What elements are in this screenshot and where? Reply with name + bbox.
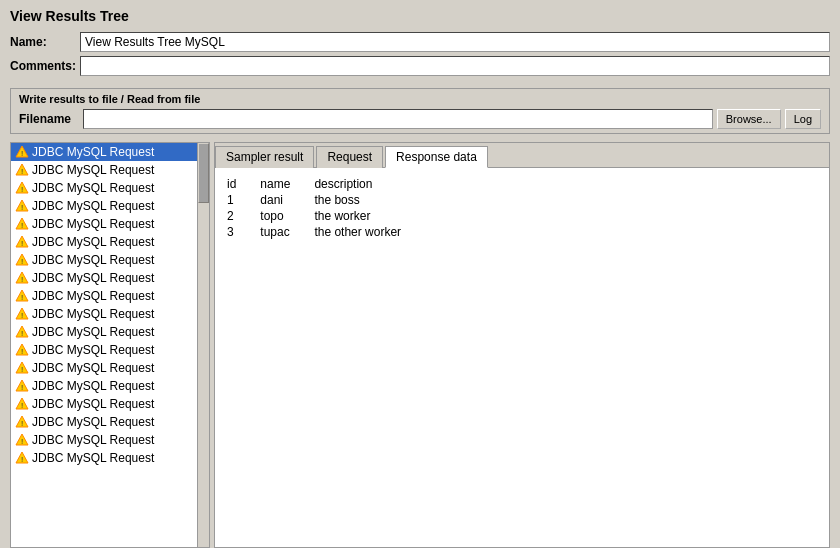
tree-item-label-6: JDBC MySQL Request xyxy=(32,253,154,267)
jdbc-icon-15: ! xyxy=(15,415,29,429)
row0-name: dani xyxy=(256,192,310,208)
name-input[interactable] xyxy=(80,32,830,52)
file-section-title: Write results to file / Read from file xyxy=(19,93,821,105)
tree-item-1[interactable]: ! JDBC MySQL Request xyxy=(11,161,209,179)
tree-item-11[interactable]: ! JDBC MySQL Request xyxy=(11,341,209,359)
row1-desc: the worker xyxy=(310,208,421,224)
tree-item-15[interactable]: ! JDBC MySQL Request xyxy=(11,413,209,431)
table-row: 3 tupac the other worker xyxy=(223,224,421,240)
tree-item-label-3: JDBC MySQL Request xyxy=(32,199,154,213)
svg-text:!: ! xyxy=(21,275,23,284)
jdbc-icon-9: ! xyxy=(15,307,29,321)
tree-item-label-17: JDBC MySQL Request xyxy=(32,451,154,465)
page-title: View Results Tree xyxy=(10,8,129,24)
svg-text:!: ! xyxy=(21,347,23,356)
tree-scrollbar-thumb[interactable] xyxy=(198,143,209,203)
jdbc-icon-10: ! xyxy=(15,325,29,339)
tab-response-data-label: Response data xyxy=(396,150,477,164)
tree-item-label-14: JDBC MySQL Request xyxy=(32,397,154,411)
tree-item-label-7: JDBC MySQL Request xyxy=(32,271,154,285)
jdbc-icon-7: ! xyxy=(15,271,29,285)
response-table: id name description 1 dani the boss 2 to… xyxy=(223,176,421,240)
comments-input[interactable] xyxy=(80,56,830,76)
tree-item-9[interactable]: ! JDBC MySQL Request xyxy=(11,305,209,323)
jdbc-icon-14: ! xyxy=(15,397,29,411)
tree-item-10[interactable]: ! JDBC MySQL Request xyxy=(11,323,209,341)
tree-item-label-5: JDBC MySQL Request xyxy=(32,235,154,249)
row1-id: 2 xyxy=(223,208,256,224)
tree-item-3[interactable]: ! JDBC MySQL Request xyxy=(11,197,209,215)
comments-row: Comments: xyxy=(10,56,830,76)
table-row: 2 topo the worker xyxy=(223,208,421,224)
svg-text:!: ! xyxy=(21,239,23,248)
result-content: id name description 1 dani the boss 2 to… xyxy=(215,168,829,547)
tree-item-12[interactable]: ! JDBC MySQL Request xyxy=(11,359,209,377)
main-container: View Results Tree Name: Comments: Write … xyxy=(0,0,840,548)
svg-text:!: ! xyxy=(21,293,23,302)
tree-panel: ! JDBC MySQL Request ! JDBC MySQL Reques… xyxy=(10,142,210,548)
tree-scrollbar[interactable] xyxy=(197,143,209,547)
tab-sampler-result-label: Sampler result xyxy=(226,150,303,164)
svg-text:!: ! xyxy=(21,257,23,266)
tree-item-13[interactable]: ! JDBC MySQL Request xyxy=(11,377,209,395)
tree-item-8[interactable]: ! JDBC MySQL Request xyxy=(11,287,209,305)
tree-item-label-10: JDBC MySQL Request xyxy=(32,325,154,339)
tab-request-label: Request xyxy=(327,150,372,164)
row0-id: 1 xyxy=(223,192,256,208)
svg-text:!: ! xyxy=(21,167,23,176)
svg-text:!: ! xyxy=(21,221,23,230)
jdbc-icon-2: ! xyxy=(15,181,29,195)
browse-button[interactable]: Browse... xyxy=(717,109,781,129)
tree-item-16[interactable]: ! JDBC MySQL Request xyxy=(11,431,209,449)
tree-item-7[interactable]: ! JDBC MySQL Request xyxy=(11,269,209,287)
col-desc-header: description xyxy=(310,176,421,192)
tree-item-5[interactable]: ! JDBC MySQL Request xyxy=(11,233,209,251)
tree-item-label-2: JDBC MySQL Request xyxy=(32,181,154,195)
filename-input[interactable] xyxy=(83,109,713,129)
jdbc-icon-1: ! xyxy=(15,163,29,177)
filename-label: Filename xyxy=(19,112,79,126)
file-section: Write results to file / Read from file F… xyxy=(10,88,830,134)
svg-text:!: ! xyxy=(21,437,23,446)
result-panel: Sampler result Request Response data id … xyxy=(214,142,830,548)
tree-item-label-15: JDBC MySQL Request xyxy=(32,415,154,429)
tree-item-label-9: JDBC MySQL Request xyxy=(32,307,154,321)
tree-item-label-16: JDBC MySQL Request xyxy=(32,433,154,447)
tree-item-label-12: JDBC MySQL Request xyxy=(32,361,154,375)
svg-text:!: ! xyxy=(21,149,23,158)
row1-name: topo xyxy=(256,208,310,224)
svg-text:!: ! xyxy=(21,311,23,320)
jdbc-icon-5: ! xyxy=(15,235,29,249)
col-name-header: name xyxy=(256,176,310,192)
name-row: Name: xyxy=(10,32,830,52)
jdbc-icon-17: ! xyxy=(15,451,29,465)
tree-item-label-11: JDBC MySQL Request xyxy=(32,343,154,357)
tree-item-2[interactable]: ! JDBC MySQL Request xyxy=(11,179,209,197)
tree-item-6[interactable]: ! JDBC MySQL Request xyxy=(11,251,209,269)
tree-item-label-4: JDBC MySQL Request xyxy=(32,217,154,231)
tab-sampler-result[interactable]: Sampler result xyxy=(215,146,314,168)
table-row: 1 dani the boss xyxy=(223,192,421,208)
jdbc-icon-8: ! xyxy=(15,289,29,303)
title-bar: View Results Tree xyxy=(0,0,840,28)
table-header-row: id name description xyxy=(223,176,421,192)
comments-label: Comments: xyxy=(10,59,80,73)
row2-desc: the other worker xyxy=(310,224,421,240)
tree-item-14[interactable]: ! JDBC MySQL Request xyxy=(11,395,209,413)
svg-text:!: ! xyxy=(21,419,23,428)
svg-text:!: ! xyxy=(21,329,23,338)
svg-text:!: ! xyxy=(21,455,23,464)
content-area: ! JDBC MySQL Request ! JDBC MySQL Reques… xyxy=(10,142,830,548)
tab-request[interactable]: Request xyxy=(316,146,383,168)
row2-name: tupac xyxy=(256,224,310,240)
tree-item-17[interactable]: ! JDBC MySQL Request xyxy=(11,449,209,467)
tree-item-4[interactable]: ! JDBC MySQL Request xyxy=(11,215,209,233)
tab-response-data[interactable]: Response data xyxy=(385,146,488,168)
file-row: Filename Browse... Log xyxy=(19,109,821,129)
svg-text:!: ! xyxy=(21,383,23,392)
tree-item-0[interactable]: ! JDBC MySQL Request xyxy=(11,143,209,161)
svg-text:!: ! xyxy=(21,401,23,410)
jdbc-icon-3: ! xyxy=(15,199,29,213)
log-button[interactable]: Log xyxy=(785,109,821,129)
jdbc-icon-13: ! xyxy=(15,379,29,393)
